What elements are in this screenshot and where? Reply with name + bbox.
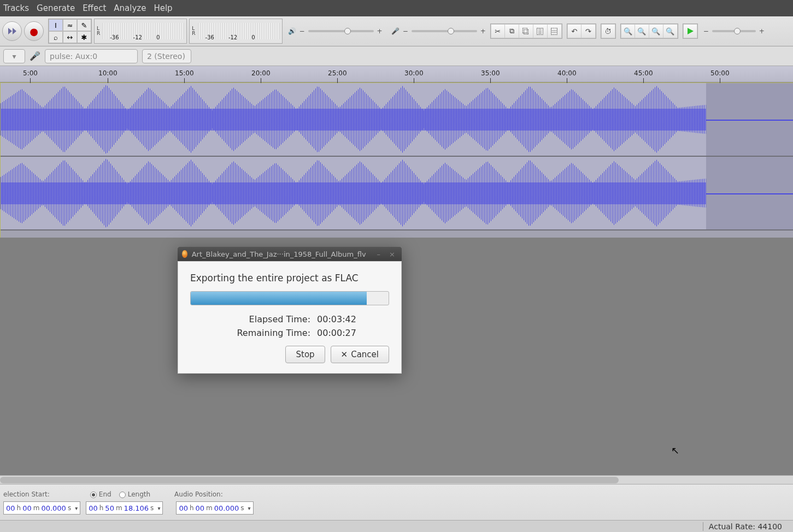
close-icon[interactable]: × xyxy=(387,250,397,258)
menu-tracks[interactable]: Tracks xyxy=(3,3,29,13)
record-button[interactable]: ● xyxy=(24,21,44,41)
track-left[interactable] xyxy=(1,83,793,157)
tool-draw[interactable]: ✎ xyxy=(77,19,91,31)
timeline-tick: 20:00 xyxy=(251,69,271,84)
actual-rate-value: 44100 xyxy=(757,522,782,531)
cancel-button[interactable]: ✕Cancel xyxy=(331,346,389,363)
remaining-label: Remaining Time: xyxy=(223,328,310,338)
menu-help[interactable]: Help xyxy=(154,3,172,13)
track-right[interactable] xyxy=(1,157,793,230)
device-toolbar: ▾ 🎤 pulse: Aux:0 2 (Stereo) xyxy=(0,46,793,66)
redo-button[interactable]: ↷ xyxy=(581,24,596,38)
timeline-tick: 15:00 xyxy=(175,69,194,84)
zoom-fit-button[interactable]: 🔍 xyxy=(663,24,678,38)
dialog-message: Exporting the entire project as FLAC xyxy=(190,273,389,283)
selection-start-field[interactable]: 00h 00m 00.000s▾ xyxy=(3,501,80,515)
end-label: End xyxy=(99,490,111,498)
tool-multi[interactable]: ✱ xyxy=(77,31,91,43)
timeline-tick: 30:00 xyxy=(404,69,424,84)
volume-slider[interactable]: 🔊 −+ 🎤 −+ xyxy=(288,27,486,35)
trim-button[interactable]: ⿲ xyxy=(533,24,548,38)
record-device-dropdown[interactable]: pulse: Aux:0 xyxy=(45,49,138,63)
silence-button[interactable]: ⿳ xyxy=(548,24,562,38)
audio-position-label: Audio Position: xyxy=(174,490,223,498)
zoom-buttons: 🔍 🔍 🔍 🔍 xyxy=(620,23,678,39)
audio-position-field[interactable]: 00h 00m 00.000s▾ xyxy=(176,501,253,515)
cursor-icon: ↖ xyxy=(671,445,679,456)
timeline-tick: 45:00 xyxy=(634,69,653,84)
play-at-speed-button[interactable] xyxy=(683,24,697,38)
track-area xyxy=(0,82,793,246)
undo-button[interactable]: ↶ xyxy=(567,24,581,38)
radio-length[interactable] xyxy=(119,492,126,498)
export-dialog: Art_Blakey_and_The_Jaz···in_1958_Full_Al… xyxy=(178,247,402,374)
selection-end-field[interactable]: 00h 50m 18.106s▾ xyxy=(86,501,163,515)
tool-timeshift[interactable]: ↔ xyxy=(63,31,77,43)
menu-bar: Tracks Generate Effect Analyze Help xyxy=(0,0,793,16)
skip-end-button[interactable] xyxy=(2,21,22,41)
tools-grid: I ≈ ✎ ⌕ ↔ ✱ xyxy=(48,19,92,44)
timeline-tick: 50:00 xyxy=(710,69,730,84)
app-icon xyxy=(182,250,187,258)
tool-envelope[interactable]: ≈ xyxy=(63,19,77,31)
timeline-tick: 25:00 xyxy=(328,69,347,84)
scroll-thumb[interactable] xyxy=(0,477,619,483)
selection-toolbar: election Start: End Length Audio Positio… xyxy=(0,484,793,520)
undo-buttons: ↶ ↷ xyxy=(567,23,596,39)
edit-buttons: ✂ ⧉ ⿻ ⿲ ⿳ xyxy=(490,23,562,39)
cut-button[interactable]: ✂ xyxy=(491,24,505,38)
actual-rate-label: Actual Rate: xyxy=(709,522,755,531)
volume-icon: 🔊 xyxy=(288,27,296,35)
progress-bar xyxy=(190,291,389,305)
radio-end[interactable] xyxy=(90,492,97,498)
copy-button[interactable]: ⧉ xyxy=(505,24,519,38)
tool-zoom[interactable]: ⌕ xyxy=(49,31,63,43)
zoom-out-button[interactable]: 🔍 xyxy=(635,24,649,38)
timeline-ruler[interactable]: 5:00 10:00 15:00 20:00 25:00 30:00 35:00… xyxy=(0,66,793,82)
play-speed-slider[interactable]: −+ xyxy=(703,27,765,35)
length-label: Length xyxy=(128,490,150,498)
minimize-icon[interactable]: – xyxy=(375,250,383,258)
dialog-title: Art_Blakey_and_The_Jaz···in_1958_Full_Al… xyxy=(192,250,366,258)
paste-button[interactable]: ⿻ xyxy=(519,24,533,38)
channels-dropdown[interactable]: 2 (Stereo) xyxy=(142,49,191,63)
playback-meter[interactable]: LR -36-120 xyxy=(94,19,187,44)
elapsed-label: Elapsed Time: xyxy=(223,314,310,324)
remaining-value: 00:00:27 xyxy=(317,328,356,338)
dialog-titlebar[interactable]: Art_Blakey_and_The_Jaz···in_1958_Full_Al… xyxy=(178,247,402,261)
toolbar-row: ● I ≈ ✎ ⌕ ↔ ✱ LR -36-120 LR -36-120 🔊 −+… xyxy=(0,16,793,46)
menu-effect[interactable]: Effect xyxy=(83,3,106,13)
menu-generate[interactable]: Generate xyxy=(37,3,75,13)
play-at-speed-buttons xyxy=(683,23,698,39)
progress-fill xyxy=(191,292,367,305)
status-bar: Actual Rate: 44100 xyxy=(0,520,793,532)
elapsed-value: 00:03:42 xyxy=(317,314,356,324)
mic-icon: 🎤 xyxy=(391,27,400,35)
zoom-sel-button[interactable]: 🔍 xyxy=(649,24,663,38)
sync-lock-button[interactable]: ⏱ xyxy=(601,24,615,38)
host-dropdown[interactable]: ▾ xyxy=(3,49,25,63)
selection-start-label: election Start: xyxy=(3,490,50,498)
timeline-tick: 5:00 xyxy=(23,69,38,84)
mic-icon: 🎤 xyxy=(30,51,40,61)
record-meter[interactable]: LR -36-120 xyxy=(189,19,282,44)
menu-analyze[interactable]: Analyze xyxy=(114,3,146,13)
stop-button[interactable]: Stop xyxy=(285,346,325,363)
sync-buttons: ⏱ xyxy=(601,23,616,39)
timeline-tick: 10:00 xyxy=(98,69,118,84)
timeline-tick: 35:00 xyxy=(481,69,500,84)
horizontal-scrollbar[interactable] xyxy=(0,475,793,484)
timeline-tick: 40:00 xyxy=(557,69,577,84)
zoom-in-button[interactable]: 🔍 xyxy=(621,24,635,38)
close-icon: ✕ xyxy=(341,350,348,359)
tool-selection[interactable]: I xyxy=(49,19,63,31)
